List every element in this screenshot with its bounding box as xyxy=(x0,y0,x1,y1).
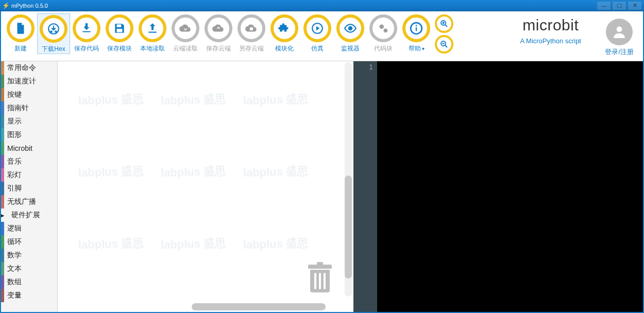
svg-rect-4 xyxy=(117,29,123,32)
toolbar-label: 保存模块 xyxy=(107,44,132,53)
download-icon xyxy=(73,14,100,42)
download-chip-icon xyxy=(40,15,67,43)
category-sidebar[interactable]: 常用命令加速度计按键指南针显示图形Microbit音乐彩灯引脚无线广播▶硬件扩展… xyxy=(1,61,58,312)
category-label: 常用命令 xyxy=(7,63,36,73)
category-item[interactable]: 文本 xyxy=(1,262,57,275)
category-item[interactable]: 图形 xyxy=(1,128,57,142)
toolbar-cloud-load[interactable]: 云端读取 xyxy=(169,13,202,54)
category-label: 无线广播 xyxy=(7,197,36,206)
category-item[interactable]: 数学 xyxy=(1,249,57,262)
category-label: 循环 xyxy=(7,237,22,247)
workspace-scroll-thumb-h[interactable] xyxy=(192,303,326,310)
toolbar-download-hex[interactable]: 下载Hex xyxy=(37,13,70,54)
toolbar-save-module[interactable]: 保存模块 xyxy=(103,13,136,54)
category-color-bar xyxy=(1,128,4,142)
zoom-out-button[interactable] xyxy=(435,35,453,54)
category-item[interactable]: 彩灯 xyxy=(1,168,57,182)
code-editor[interactable]: 1 xyxy=(354,61,643,312)
brand-subtitle: A MicroPython script xyxy=(520,37,582,45)
watermark: labplus 盛思 xyxy=(78,163,144,181)
category-item[interactable]: 显示 xyxy=(1,115,57,128)
toolbar-new[interactable]: 新建 xyxy=(4,13,37,54)
toolbar-save-code[interactable]: 保存代码 xyxy=(70,13,103,54)
svg-rect-3 xyxy=(117,24,122,27)
watermark: labplus 盛思 xyxy=(78,235,144,253)
category-item[interactable]: Microbit xyxy=(1,142,57,155)
category-item[interactable]: 音乐 xyxy=(1,155,57,168)
gears-icon xyxy=(369,14,397,42)
minimize-button[interactable]: — xyxy=(597,1,611,10)
toolbar-local-load[interactable]: 本地读取 xyxy=(136,13,169,54)
watermark: labplus 盛思 xyxy=(243,91,309,109)
svg-line-17 xyxy=(445,45,447,47)
trash-icon[interactable] xyxy=(307,265,333,298)
toolbar-help[interactable]: 帮助▾ xyxy=(400,13,433,54)
window-title: mPython 0.5.0 xyxy=(11,3,596,9)
category-label: 数组 xyxy=(7,277,22,287)
toolbar-save-as-cloud[interactable]: 另存云端 xyxy=(235,13,268,54)
toolbar-modularize[interactable]: 模块化 xyxy=(268,13,301,54)
svg-rect-10 xyxy=(416,27,417,31)
category-item[interactable]: 指南针 xyxy=(1,101,57,115)
category-item[interactable]: 加速度计 xyxy=(1,75,57,88)
maximize-button[interactable]: ▢ xyxy=(612,1,626,10)
toolbar-save-cloud[interactable]: 保存云端 xyxy=(202,13,235,54)
line-gutter: 1 xyxy=(354,61,377,312)
zoom-in-button[interactable] xyxy=(435,14,453,33)
category-item[interactable]: 按键 xyxy=(1,88,57,101)
toolbar-label: 监视器 xyxy=(341,44,360,53)
watermark: labplus 盛思 xyxy=(161,235,227,253)
category-label: 彩灯 xyxy=(7,170,22,180)
category-color-bar xyxy=(1,142,4,155)
category-color-bar xyxy=(1,168,4,182)
floppy-icon xyxy=(106,14,133,42)
toolbar-code-blocks[interactable]: 代码块 xyxy=(367,13,400,54)
category-label: 文本 xyxy=(7,264,22,273)
category-color-bar xyxy=(1,182,4,195)
category-item[interactable]: 常用命令 xyxy=(1,61,57,75)
category-item[interactable]: 数组 xyxy=(1,275,57,289)
svg-point-2 xyxy=(55,31,56,32)
category-item[interactable]: 变量 xyxy=(1,289,57,302)
svg-point-8 xyxy=(384,29,388,33)
close-button[interactable]: ✕ xyxy=(628,1,642,10)
category-color-bar xyxy=(1,61,4,75)
toolbar-label: 代码块 xyxy=(374,44,393,53)
category-label: 硬件扩展 xyxy=(11,211,40,220)
workspace-scroll-thumb-v[interactable] xyxy=(345,176,352,279)
category-label: 按键 xyxy=(7,90,22,99)
toolbar-label: 本地读取 xyxy=(140,44,165,53)
category-label: 显示 xyxy=(7,117,22,126)
category-item[interactable]: 无线广播 xyxy=(1,195,57,208)
svg-point-11 xyxy=(416,25,417,26)
play-icon xyxy=(303,14,331,42)
toolbar-label: 模块化 xyxy=(275,44,294,53)
category-label: 变量 xyxy=(7,291,22,300)
login-register-link[interactable]: 登录/注册 xyxy=(605,47,634,57)
avatar-icon[interactable] xyxy=(606,19,633,45)
blocks-workspace[interactable]: labplus 盛思 labplus 盛思 labplus 盛思 labplus… xyxy=(58,61,354,312)
toolbar-simulate[interactable]: 仿真 xyxy=(301,13,334,54)
svg-point-19 xyxy=(617,26,622,32)
category-item[interactable]: 循环 xyxy=(1,235,57,249)
toolbar-monitor[interactable]: 监视器 xyxy=(334,13,367,54)
category-color-bar xyxy=(1,222,4,235)
toolbar-label: 保存代码 xyxy=(74,44,99,53)
category-color-bar xyxy=(1,88,4,101)
code-area[interactable] xyxy=(377,61,643,312)
category-label: 音乐 xyxy=(7,157,22,166)
category-color-bar xyxy=(1,101,4,115)
category-color-bar xyxy=(1,75,4,88)
toolbar-label: 仿真 xyxy=(311,44,324,53)
svg-point-6 xyxy=(349,27,352,30)
category-item[interactable]: 引脚 xyxy=(1,182,57,195)
category-item[interactable]: ▶硬件扩展 xyxy=(1,208,57,222)
category-item[interactable]: 逻辑 xyxy=(1,222,57,235)
cloud-down-icon xyxy=(172,14,199,42)
code-line[interactable] xyxy=(379,62,641,72)
category-label: 逻辑 xyxy=(7,224,22,233)
watermark: labplus 盛思 xyxy=(243,163,309,181)
brand-title: microbit xyxy=(522,16,579,34)
category-color-bar xyxy=(1,289,4,302)
watermark: labplus 盛思 xyxy=(161,91,227,109)
